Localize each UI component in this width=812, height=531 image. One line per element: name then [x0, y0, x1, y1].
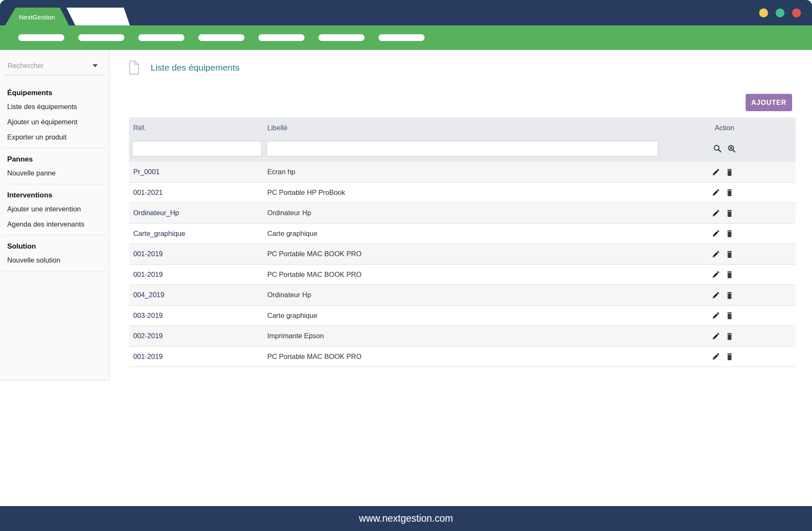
- nav-pill[interactable]: [78, 34, 124, 41]
- brand-tab[interactable]: NextGestion: [5, 8, 69, 25]
- cell-ref: Pr_0001: [129, 168, 263, 176]
- active-tab-shape[interactable]: [66, 8, 130, 25]
- cell-actions: [706, 352, 796, 361]
- table-header: Réf. Libellé Action: [129, 118, 796, 162]
- cell-libelle: Ordinateur Hp: [263, 209, 706, 217]
- libelle-filter-input[interactable]: [266, 141, 658, 156]
- nav-pill[interactable]: [318, 34, 365, 41]
- cell-actions: [706, 188, 796, 197]
- filter-row: [129, 135, 796, 162]
- delete-trash-icon[interactable]: [726, 188, 733, 197]
- table-body: Pr_0001Ecran hp 001-2021PC Portable HP P…: [129, 162, 796, 367]
- cell-ref: 001-2019: [129, 250, 263, 258]
- cell-actions: [706, 270, 796, 279]
- column-header-ref: Réf.: [129, 124, 263, 132]
- delete-trash-icon[interactable]: [726, 311, 733, 320]
- sidebar-item[interactable]: Agenda des intervenants: [0, 216, 109, 232]
- nav-pill[interactable]: [18, 34, 64, 41]
- sidebar-item[interactable]: Liste des équipements: [0, 99, 109, 114]
- window-dots: [759, 8, 801, 17]
- ref-filter-input[interactable]: [132, 141, 262, 156]
- cell-actions: [706, 250, 796, 258]
- cell-actions: [706, 332, 796, 340]
- table-row: 001-2021PC Portable HP ProBook: [129, 183, 796, 203]
- delete-trash-icon[interactable]: [726, 332, 733, 340]
- edit-pencil-icon[interactable]: [712, 229, 720, 238]
- cell-libelle: Ordinateur Hp: [263, 291, 706, 299]
- chevron-down-icon: [93, 64, 98, 67]
- search-icon[interactable]: [713, 145, 721, 153]
- sidebar-divider: [3, 235, 107, 235]
- edit-pencil-icon[interactable]: [712, 270, 720, 279]
- brand-logo-text: NextGestion: [19, 14, 55, 21]
- sidebar-item[interactable]: Nouvelle solution: [0, 252, 109, 268]
- cell-actions: [706, 168, 796, 176]
- green-window-dot[interactable]: [776, 8, 785, 17]
- table-row: Pr_0001Ecran hp: [129, 162, 796, 183]
- delete-trash-icon[interactable]: [726, 352, 733, 361]
- edit-pencil-icon[interactable]: [712, 291, 720, 299]
- sidebar-sections: ÉquipementsListe des équipementsAjouter …: [0, 89, 109, 271]
- cell-ref: 001-2019: [129, 353, 263, 361]
- cell-actions: [706, 291, 796, 299]
- cell-libelle: Carte graphique: [263, 230, 706, 238]
- column-header-action: Action: [706, 124, 796, 132]
- titlebar: NextGestion: [0, 0, 812, 25]
- table-row: 004_2019Ordinateur Hp: [129, 285, 796, 306]
- add-button[interactable]: AJOUTER: [746, 94, 792, 111]
- table-row: 001-2019PC Portable MAC BOOK PRO: [129, 347, 796, 367]
- document-icon: [128, 60, 139, 75]
- delete-trash-icon[interactable]: [726, 270, 733, 279]
- cell-libelle: PC Portable MAC BOOK PRO: [263, 250, 706, 258]
- page-head: Liste des équipements: [128, 60, 239, 75]
- nav-pill[interactable]: [258, 34, 304, 41]
- equipment-table: Réf. Libellé Action: [129, 118, 796, 367]
- search-select-label: Rechercher: [8, 62, 44, 70]
- sidebar: Rechercher ÉquipementsListe des équipeme…: [0, 50, 110, 380]
- main-nav-bar: [0, 25, 812, 50]
- delete-trash-icon[interactable]: [726, 209, 733, 217]
- sidebar-item[interactable]: Exporter un produit: [0, 129, 109, 145]
- table-row: 001-2019PC Portable MAC BOOK PRO: [129, 265, 796, 285]
- table-row: 002-2019Imprimante Epson: [129, 326, 796, 347]
- sidebar-section-heading: Équipements: [7, 89, 109, 97]
- cell-libelle: PC Portable MAC BOOK PRO: [263, 271, 706, 279]
- delete-trash-icon[interactable]: [726, 291, 733, 299]
- cell-actions: [706, 311, 796, 320]
- sidebar-divider: [3, 184, 107, 184]
- delete-trash-icon[interactable]: [726, 168, 733, 176]
- nav-pill[interactable]: [138, 34, 184, 41]
- cell-ref: 002-2019: [129, 332, 263, 340]
- cell-actions: [706, 229, 796, 238]
- red-window-dot[interactable]: [792, 8, 801, 17]
- cell-libelle: Carte graphique: [263, 312, 706, 320]
- cell-ref: 003-2019: [129, 312, 263, 320]
- yellow-window-dot[interactable]: [759, 8, 768, 17]
- sidebar-item[interactable]: Ajouter une intervention: [0, 201, 109, 216]
- clear-search-icon[interactable]: [727, 145, 736, 153]
- delete-trash-icon[interactable]: [726, 250, 733, 258]
- sidebar-item[interactable]: Ajouter un équipement: [0, 114, 109, 129]
- cell-libelle: Imprimante Epson: [263, 332, 706, 340]
- edit-pencil-icon[interactable]: [712, 250, 720, 258]
- sidebar-section-heading: Pannes: [7, 155, 109, 164]
- sidebar-item[interactable]: Nouvelle panne: [0, 165, 109, 181]
- edit-pencil-icon[interactable]: [712, 168, 720, 176]
- table-row: 001-2019PC Portable MAC BOOK PRO: [129, 244, 796, 265]
- cell-libelle: Ecran hp: [263, 168, 706, 176]
- delete-trash-icon[interactable]: [726, 229, 733, 238]
- cell-libelle: PC Portable HP ProBook: [263, 189, 706, 197]
- nav-pill[interactable]: [198, 34, 244, 41]
- sidebar-divider: [3, 271, 107, 271]
- edit-pencil-icon[interactable]: [712, 188, 720, 197]
- footer: www.nextgestion.com: [0, 506, 812, 531]
- search-select[interactable]: Rechercher: [5, 58, 104, 75]
- cell-ref: 004_2019: [129, 291, 263, 299]
- nav-pill[interactable]: [379, 34, 425, 41]
- edit-pencil-icon[interactable]: [712, 209, 720, 217]
- edit-pencil-icon[interactable]: [712, 332, 720, 340]
- edit-pencil-icon[interactable]: [712, 352, 720, 361]
- table-row: 003-2019Carte graphique: [129, 306, 796, 326]
- cell-ref: Carte_graphique: [129, 230, 263, 238]
- edit-pencil-icon[interactable]: [712, 311, 720, 320]
